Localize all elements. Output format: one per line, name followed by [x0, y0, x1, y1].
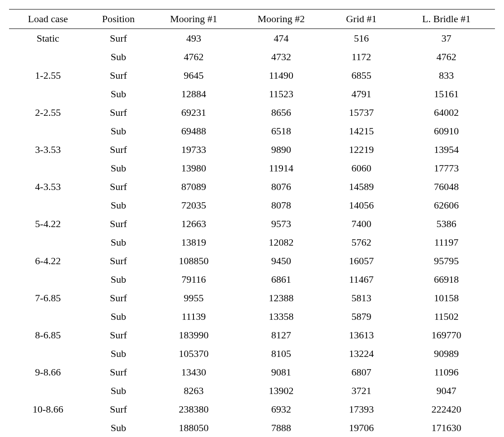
cell-mooring-1: 19733 — [150, 140, 238, 159]
cell-l-bridle-1: 5386 — [398, 214, 495, 233]
cell-l-bridle-1: 11502 — [398, 307, 495, 326]
cell-load-case — [9, 85, 87, 103]
cell-mooring-1: 8263 — [150, 381, 238, 400]
cell-grid-1: 11467 — [325, 270, 398, 289]
cell-mooring-2: 8078 — [237, 196, 325, 214]
cell-mooring-1: 9645 — [150, 66, 238, 85]
cell-position: Surf — [87, 252, 150, 270]
cell-load-case: 9-8.66 — [9, 363, 87, 381]
cell-mooring-2: 4732 — [237, 48, 325, 66]
cell-l-bridle-1: 62606 — [398, 196, 495, 214]
cell-mooring-1: 105370 — [150, 344, 238, 363]
col-header-grid-1: Grid #1 — [325, 10, 398, 29]
cell-load-case — [9, 48, 87, 66]
cell-mooring-2: 9890 — [237, 140, 325, 159]
cell-load-case — [9, 233, 87, 252]
col-header-load-case: Load case — [9, 10, 87, 29]
cell-l-bridle-1: 64002 — [398, 103, 495, 122]
cell-load-case: Static — [9, 29, 87, 48]
cell-mooring-1: 69488 — [150, 122, 238, 140]
cell-load-case: 6-4.22 — [9, 252, 87, 270]
cell-l-bridle-1: 66918 — [398, 270, 495, 289]
cell-mooring-1: 188050 — [150, 418, 238, 437]
cell-load-case: 5-4.22 — [9, 214, 87, 233]
cell-grid-1: 5879 — [325, 307, 398, 326]
cell-grid-1: 6855 — [325, 66, 398, 85]
cell-mooring-2: 9081 — [237, 363, 325, 381]
cell-position: Sub — [87, 233, 150, 252]
cell-position: Sub — [87, 418, 150, 437]
cell-mooring-2: 9450 — [237, 252, 325, 270]
cell-mooring-2: 12082 — [237, 233, 325, 252]
cell-position: Surf — [87, 326, 150, 344]
cell-l-bridle-1: 11096 — [398, 363, 495, 381]
cell-mooring-2: 8656 — [237, 103, 325, 122]
table-header-row: Load case Position Mooring #1 Mooring #2… — [9, 10, 495, 29]
cell-load-case — [9, 122, 87, 140]
table-row: Sub188050788819706171630 — [9, 418, 495, 437]
table-row: 7-6.85Surf995512388581310158 — [9, 289, 495, 307]
cell-l-bridle-1: 37 — [398, 29, 495, 48]
cell-load-case — [9, 418, 87, 437]
cell-position: Sub — [87, 381, 150, 400]
cell-grid-1: 13613 — [325, 326, 398, 344]
cell-grid-1: 14215 — [325, 122, 398, 140]
cell-mooring-2: 8076 — [237, 177, 325, 196]
cell-grid-1: 6807 — [325, 363, 398, 381]
cell-l-bridle-1: 222420 — [398, 400, 495, 418]
cell-mooring-2: 8127 — [237, 326, 325, 344]
cell-load-case — [9, 159, 87, 177]
table-row: Sub1113913358587911502 — [9, 307, 495, 326]
cell-mooring-2: 13902 — [237, 381, 325, 400]
cell-l-bridle-1: 95795 — [398, 252, 495, 270]
cell-load-case: 7-6.85 — [9, 289, 87, 307]
cell-mooring-1: 11139 — [150, 307, 238, 326]
table-row: 9-8.66Surf134309081680711096 — [9, 363, 495, 381]
cell-load-case: 1-2.55 — [9, 66, 87, 85]
table-row: Sub1398011914606017773 — [9, 159, 495, 177]
table-row: Sub82631390237219047 — [9, 381, 495, 400]
cell-l-bridle-1: 90989 — [398, 344, 495, 363]
cell-grid-1: 16057 — [325, 252, 398, 270]
cell-l-bridle-1: 11197 — [398, 233, 495, 252]
cell-mooring-2: 11523 — [237, 85, 325, 103]
table-body: StaticSurf49347451637Sub4762473211724762… — [9, 29, 495, 437]
cell-grid-1: 1172 — [325, 48, 398, 66]
cell-l-bridle-1: 9047 — [398, 381, 495, 400]
cell-position: Surf — [87, 363, 150, 381]
table-row: 8-6.85Surf183990812713613169770 — [9, 326, 495, 344]
cell-grid-1: 7400 — [325, 214, 398, 233]
cell-position: Sub — [87, 344, 150, 363]
cell-load-case: 8-6.85 — [9, 326, 87, 344]
col-header-mooring-2: Mooring #2 — [237, 10, 325, 29]
cell-load-case: 4-3.53 — [9, 177, 87, 196]
cell-mooring-1: 69231 — [150, 103, 238, 122]
cell-mooring-1: 9955 — [150, 289, 238, 307]
cell-position: Surf — [87, 177, 150, 196]
col-header-mooring-1: Mooring #1 — [150, 10, 238, 29]
data-table: Load case Position Mooring #1 Mooring #2… — [9, 9, 495, 437]
cell-grid-1: 13224 — [325, 344, 398, 363]
cell-grid-1: 516 — [325, 29, 398, 48]
cell-mooring-2: 9573 — [237, 214, 325, 233]
table-row: Sub1288411523479115161 — [9, 85, 495, 103]
table-row: Sub10537081051322490989 — [9, 344, 495, 363]
table-row: 4-3.53Surf8708980761458976048 — [9, 177, 495, 196]
cell-grid-1: 5813 — [325, 289, 398, 307]
cell-position: Surf — [87, 66, 150, 85]
cell-mooring-1: 183990 — [150, 326, 238, 344]
cell-l-bridle-1: 15161 — [398, 85, 495, 103]
cell-position: Sub — [87, 85, 150, 103]
cell-mooring-2: 6932 — [237, 400, 325, 418]
table-row: 5-4.22Surf12663957374005386 — [9, 214, 495, 233]
cell-position: Sub — [87, 122, 150, 140]
table-row: 1-2.55Surf9645114906855833 — [9, 66, 495, 85]
cell-position: Sub — [87, 307, 150, 326]
table-row: Sub7911668611146766918 — [9, 270, 495, 289]
cell-load-case — [9, 344, 87, 363]
cell-mooring-1: 13980 — [150, 159, 238, 177]
cell-mooring-1: 238380 — [150, 400, 238, 418]
cell-load-case — [9, 307, 87, 326]
cell-mooring-1: 79116 — [150, 270, 238, 289]
cell-position: Surf — [87, 103, 150, 122]
